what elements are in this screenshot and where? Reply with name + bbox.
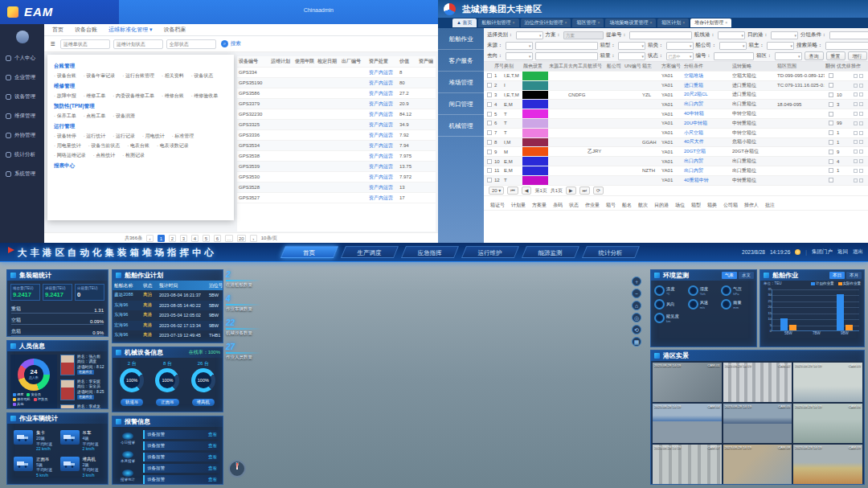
pager-button[interactable]: ⏮ [507, 187, 518, 195]
flip-checkbox[interactable] [829, 121, 833, 125]
nav-tab-5[interactable]: 能源监测 [522, 246, 579, 258]
camera-feed-7[interactable]: 2023-08-28 14:19CAM-07 [653, 445, 722, 484]
asset-link[interactable]: 资产内运营 [367, 80, 398, 87]
nav-tab-2[interactable]: 生产调度 [341, 246, 399, 258]
flip-checkbox[interactable] [829, 150, 833, 154]
flip-checkbox[interactable] [829, 112, 833, 117]
filter-input[interactable] [535, 42, 598, 50]
plan-table-row[interactable]: 10E,MYA01出口内贸出口重箱位4 [484, 157, 868, 166]
camera-feed-2[interactable]: 2023-08-28 14:19CAM-02 [723, 363, 792, 402]
eam-avatar[interactable] [16, 31, 29, 43]
plan-table-row[interactable]: 12TYA0140重箱中转中转重箱位 [484, 176, 868, 186]
menu-item[interactable]: · 运行台账管理 [122, 72, 154, 80]
page-button-6[interactable]: 6 [214, 235, 221, 242]
table-row[interactable]: GPS3528资产内运营13 [237, 182, 436, 193]
asset-link[interactable]: 资产内运营 [367, 90, 398, 97]
asset-link[interactable]: 资产内运营 [367, 100, 398, 108]
op-icon[interactable] [859, 169, 863, 173]
op-icon[interactable] [859, 84, 863, 88]
filter-select[interactable] [775, 52, 802, 60]
menu-item[interactable]: · 电表读数记录 [157, 142, 189, 150]
plan-table-row[interactable]: 2IYA01进口重箱进口重箱位TC:079-131.16.025-0.918.0… [484, 81, 868, 91]
eam-breadcrumb-3[interactable]: 运维标准化管理 ▾ [108, 26, 152, 34]
map-control-icon-2[interactable]: － [632, 289, 641, 298]
header-link-3[interactable]: 退出 [853, 248, 863, 256]
op-icon[interactable] [859, 121, 863, 125]
table-row[interactable]: GPS35190资产内运营80 [237, 78, 436, 88]
flip-checkbox[interactable] [829, 168, 833, 173]
camera-feed-1[interactable]: 2023-08-28 14:19CAM-01 [653, 363, 722, 402]
filter-select[interactable] [506, 52, 533, 60]
nav-tab-3[interactable]: 应急指挥 [401, 246, 459, 258]
asset-link[interactable]: 资产内运营 [367, 142, 398, 150]
row-checkbox[interactable] [487, 130, 492, 135]
op-icon[interactable] [859, 112, 863, 116]
row-checkbox[interactable] [487, 112, 492, 117]
table-row[interactable]: GPS3325资产内运营34.9 [237, 120, 436, 130]
page-button-2[interactable]: 2 [169, 235, 176, 242]
close-icon[interactable]: × [513, 20, 515, 25]
menu-item[interactable]: · 内委设备维修工单 [113, 92, 154, 100]
group-link[interactable]: 20尺2箱CL [683, 91, 731, 98]
person-card[interactable]: 姓名：张占彪岗位：调度进场时间：8:12在岗作业 [60, 355, 104, 377]
table-row[interactable]: GPS3539资产内运营13.75 [237, 162, 436, 172]
ops-tab-本月[interactable]: 本月 [846, 272, 862, 279]
row-checkbox[interactable] [487, 92, 492, 97]
row-checkbox[interactable] [487, 159, 492, 164]
view-button[interactable]: 查看 [208, 432, 217, 437]
op-icon[interactable] [854, 159, 858, 163]
eam-sidebar-item-7[interactable]: 系统管理 [0, 164, 44, 183]
增行-button[interactable]: 增行 [848, 51, 867, 60]
op-icon[interactable] [859, 131, 863, 135]
table-row[interactable]: GPS3586资产内运营27.2 [237, 88, 436, 99]
person-card[interactable]: 姓名：李安妮岗位：安全员进场时间：8:25在岗作业 [60, 379, 104, 402]
asset-link[interactable]: 资产内运营 [367, 174, 398, 181]
op-icon[interactable] [854, 131, 858, 135]
op-icon[interactable] [859, 150, 863, 154]
eam-sidebar-item-1[interactable]: 个人中心 [0, 48, 44, 68]
camera-feed-3[interactable]: 2023-08-28 14:19CAM-03 [793, 363, 862, 402]
eam-filter-input-1[interactable] [60, 39, 110, 49]
filter-select[interactable] [618, 42, 645, 50]
menu-item[interactable]: · 相关资料 [162, 72, 184, 80]
port-tab-1[interactable]: ▲ 首页 [452, 18, 477, 27]
pager-button[interactable]: ⏭ [579, 187, 590, 195]
eam-filter-input-2[interactable] [113, 39, 163, 49]
camera-feed-5[interactable]: 2023-08-28 14:19CAM-05 [723, 404, 792, 443]
group-link[interactable]: 出口内贸 [683, 167, 731, 174]
eam-filter-input-3[interactable] [166, 39, 216, 49]
camera-feed-6[interactable]: 2023-08-28 14:19CAM-06 [793, 404, 862, 443]
asset-link[interactable]: 资产内运营 [367, 163, 398, 170]
menu-item[interactable]: · 运行记录 [113, 133, 135, 140]
port-tab-2[interactable]: 船舶计划管理× [478, 18, 519, 27]
person-card[interactable]: 姓名：李成龙岗位：司机进场时间：8:40在岗作业 [60, 404, 104, 409]
eam-sidebar-item-2[interactable]: 企业管理 [0, 68, 44, 87]
map-control-icon-5[interactable]: ⟲ [632, 325, 641, 334]
op-icon[interactable] [854, 121, 858, 125]
eam-search-button[interactable]: ⌕搜索 [221, 40, 241, 47]
asset-link[interactable]: 资产内运营 [367, 111, 398, 118]
port-tab-5[interactable]: 场地策略设置管理× [605, 18, 656, 27]
view-button[interactable]: 查看 [208, 465, 217, 471]
op-icon[interactable] [854, 140, 858, 144]
filter-input[interactable] [535, 52, 598, 60]
menu-item[interactable]: · 保养工单 [54, 113, 76, 120]
page-button-1[interactable]: 1 [158, 235, 165, 242]
prev-page-button[interactable]: ‹ [146, 235, 154, 242]
filter-select[interactable] [718, 31, 745, 39]
close-icon[interactable]: × [597, 20, 600, 25]
pager-button[interactable]: ▶ [566, 187, 576, 195]
alarm-row[interactable]: 设备报警查看 [143, 441, 219, 450]
menu-item[interactable]: · 维修台账 [162, 92, 184, 100]
group-link[interactable]: 20GT空箱 [683, 148, 731, 155]
camera-feed-4[interactable]: 2023-08-28 14:19CAM-04 [653, 404, 722, 443]
op-icon[interactable] [859, 159, 863, 163]
port-sidebar-item-4[interactable]: 闸口管理 [438, 93, 484, 115]
nav-tab-1[interactable]: 首页 [280, 246, 338, 258]
port-sidebar-item-1[interactable]: 船舶作业 [438, 28, 484, 50]
group-link[interactable]: 40重箱中转 [683, 177, 731, 184]
port-tab-7[interactable]: 堆存计划管理× [690, 18, 731, 27]
group-link[interactable]: 小尺空箱 [683, 129, 731, 137]
equipment-type-button[interactable]: 堆高机 [192, 399, 215, 406]
group-link[interactable]: 40中转箱 [683, 110, 731, 117]
